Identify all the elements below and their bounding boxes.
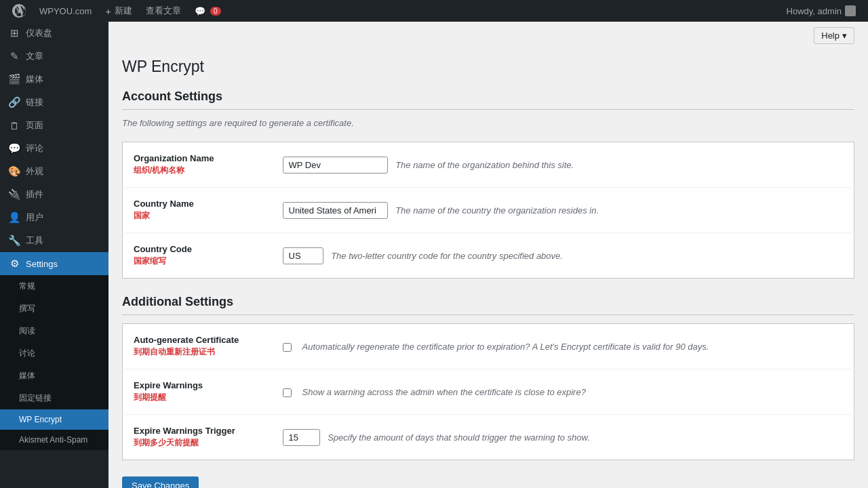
sidebar-item-links[interactable]: 🔗 链接 — [0, 91, 108, 114]
sidebar-item-label: 仪表盘 — [26, 27, 52, 39]
admin-avatar — [845, 5, 856, 16]
auto-generate-label-en: Auto-generate Certificate — [134, 335, 261, 345]
submenu-wp-encrypt-label: WP Encrypt — [19, 415, 62, 424]
submenu-reading[interactable]: 阅读 — [0, 320, 108, 342]
expire-trigger-cell: Specify the amount of days that should t… — [272, 415, 854, 460]
users-icon: 👤 — [8, 211, 20, 224]
help-label: Help — [821, 30, 840, 41]
expire-trigger-row: Expire Warnings Trigger 到期多少天前提醒 Specify… — [123, 415, 854, 460]
admin-bar: WPYOU.com + 新建 查看文章 💬 0 Howdy, admin — [0, 0, 868, 22]
country-name-label-cn: 国家 — [134, 210, 261, 222]
admin-bar-comments[interactable]: 💬 0 — [188, 0, 228, 22]
account-settings-heading: Account Settings — [122, 89, 854, 110]
additional-settings-heading: Additional Settings — [122, 295, 854, 315]
auto-generate-row: Auto-generate Certificate 到期自动重新注册证书 Aut… — [123, 324, 854, 369]
settings-icon: ⚙ — [8, 258, 20, 270]
submenu-writing[interactable]: 撰写 — [0, 298, 108, 320]
links-icon: 🔗 — [8, 96, 20, 108]
admin-bar-howdy: Howdy, admin — [780, 5, 863, 16]
tools-icon: 🔧 — [8, 235, 20, 247]
expire-trigger-input[interactable] — [283, 429, 320, 446]
admin-bar-view-posts[interactable]: 查看文章 — [139, 0, 188, 22]
submenu-discussion[interactable]: 讨论 — [0, 342, 108, 365]
appearance-icon: 🎨 — [8, 165, 20, 178]
account-settings-table: Organization Name 组织/机构名称 The name of th… — [122, 142, 854, 279]
submenu-akismet-label: Akismet Anti-Spam — [19, 435, 87, 445]
expire-warnings-row: Expire Warnings 到期提醒 Show a warning acro… — [123, 369, 854, 415]
country-code-label: Country Code 国家缩写 — [123, 233, 272, 279]
submenu-general-label: 常规 — [19, 281, 35, 292]
help-button[interactable]: Help ▾ — [814, 27, 854, 44]
expire-trigger-label-en: Expire Warnings Trigger — [134, 426, 261, 436]
submenu-discussion-label: 讨论 — [19, 348, 35, 359]
sidebar-item-comments[interactable]: 💬 评论 — [0, 137, 108, 160]
save-changes-button[interactable]: Save Changes — [122, 476, 199, 488]
submenu-akismet[interactable]: Akismet Anti-Spam — [0, 430, 108, 450]
settings-submenu: 常规 撰写 阅读 讨论 媒体 固定链接 WP Encrypt Akismet A… — [0, 275, 108, 450]
org-name-label-en: Organization Name — [134, 153, 261, 163]
sidebar-item-label: 用户 — [26, 211, 43, 224]
sidebar-item-settings[interactable]: ⚙ Settings — [0, 252, 108, 275]
admin-bar-site[interactable]: WPYOU.com — [33, 0, 98, 22]
sidebar-item-label: 链接 — [26, 96, 43, 108]
expire-trigger-label: Expire Warnings Trigger 到期多少天前提醒 — [123, 415, 272, 460]
sidebar-item-label: 外观 — [26, 165, 43, 178]
sidebar-item-pages[interactable]: 🗒 页面 — [0, 114, 108, 137]
sidebar-item-label: 工具 — [26, 235, 43, 247]
sidebar: ⊞ 仪表盘 ✎ 文章 🎬 媒体 🔗 链接 🗒 页面 💬 评论 🎨 外观 🔌 — [0, 22, 108, 488]
admin-bar-new[interactable]: + 新建 — [98, 0, 139, 22]
submenu-permalink[interactable]: 固定链接 — [0, 387, 108, 409]
expire-warnings-label: Expire Warnings 到期提醒 — [123, 369, 272, 415]
sidebar-item-label: Settings — [26, 259, 58, 269]
country-name-label: Country Name 国家 — [123, 188, 272, 233]
sidebar-item-appearance[interactable]: 🎨 外观 — [0, 160, 108, 183]
country-name-label-en: Country Name — [134, 199, 261, 209]
additional-settings-table: Auto-generate Certificate 到期自动重新注册证书 Aut… — [122, 323, 854, 460]
sidebar-item-dashboard[interactable]: ⊞ 仪表盘 — [0, 22, 108, 45]
plugins-icon: 🔌 — [8, 188, 20, 201]
country-name-desc: The name of the country the organization… — [395, 205, 599, 216]
country-code-desc: The two-letter country code for the coun… — [331, 251, 563, 261]
expire-trigger-desc: Specify the amount of days that should t… — [328, 432, 590, 443]
country-name-input[interactable] — [283, 202, 388, 219]
auto-generate-checkbox[interactable] — [283, 343, 292, 352]
submenu-permalink-label: 固定链接 — [19, 392, 52, 404]
org-name-label-cn: 组织/机构名称 — [134, 165, 261, 176]
expire-warnings-cell: Show a warning across the admin when the… — [272, 369, 854, 415]
wp-logo[interactable] — [5, 0, 33, 22]
submenu-wp-encrypt[interactable]: WP Encrypt — [0, 409, 108, 430]
expire-warnings-label-cn: 到期提醒 — [134, 392, 261, 403]
submenu-media[interactable]: 媒体 — [0, 365, 108, 387]
pages-icon: 🗒 — [8, 120, 20, 131]
auto-generate-label: Auto-generate Certificate 到期自动重新注册证书 — [123, 324, 272, 369]
sidebar-item-label: 媒体 — [26, 73, 43, 85]
expire-warnings-checkbox[interactable] — [283, 388, 292, 397]
sidebar-item-label: 插件 — [26, 188, 43, 201]
country-name-cell: The name of the country the organization… — [272, 188, 854, 233]
chevron-down-icon: ▾ — [842, 30, 847, 41]
media-icon: 🎬 — [8, 73, 20, 85]
sidebar-item-posts[interactable]: ✎ 文章 — [0, 45, 108, 68]
comments-icon: 💬 — [8, 142, 20, 155]
view-posts-label: 查看文章 — [146, 5, 181, 17]
account-settings-description: The following settings are required to g… — [122, 118, 854, 128]
org-name-input[interactable] — [283, 157, 388, 174]
org-name-row: Organization Name 组织/机构名称 The name of th… — [123, 142, 854, 188]
sidebar-item-users[interactable]: 👤 用户 — [0, 206, 108, 229]
content-area: WP Encrypt Account Settings The followin… — [108, 44, 868, 488]
top-bar: Help ▾ — [108, 22, 868, 44]
country-name-row: Country Name 国家 The name of the country … — [123, 188, 854, 233]
sidebar-item-plugins[interactable]: 🔌 插件 — [0, 183, 108, 206]
main-content: Help ▾ WP Encrypt Account Settings The f… — [108, 22, 868, 488]
country-code-cell: The two-letter country code for the coun… — [272, 233, 854, 279]
dashboard-icon: ⊞ — [8, 27, 20, 39]
sidebar-item-label: 页面 — [26, 119, 43, 131]
sidebar-item-media[interactable]: 🎬 媒体 — [0, 68, 108, 91]
sidebar-item-tools[interactable]: 🔧 工具 — [0, 229, 108, 252]
posts-icon: ✎ — [8, 50, 20, 62]
new-icon: + — [105, 5, 111, 17]
submenu-general[interactable]: 常规 — [0, 275, 108, 298]
country-code-input[interactable] — [283, 247, 323, 264]
sidebar-item-label: 评论 — [26, 142, 43, 155]
new-label: 新建 — [115, 5, 132, 17]
